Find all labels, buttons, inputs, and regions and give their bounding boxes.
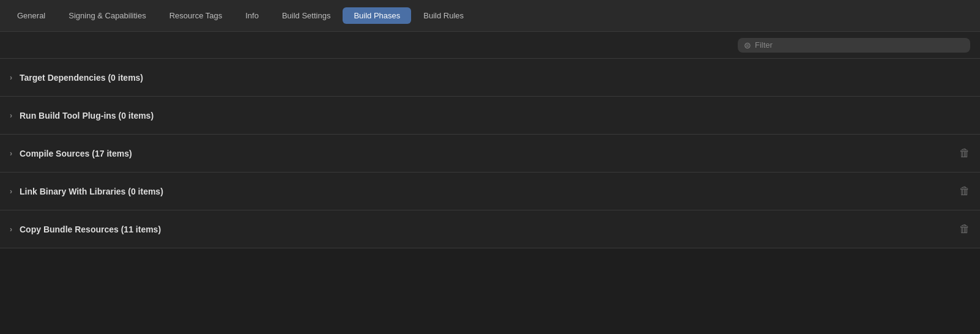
phase-item-run-build-tool[interactable]: ›Run Build Tool Plug-ins (0 items) (0, 97, 980, 135)
toolbar: ⊜ (0, 32, 980, 59)
phase-item-target-deps[interactable]: ›Target Dependencies (0 items) (0, 59, 980, 97)
phase-label: Run Build Tool Plug-ins (0 items) (20, 111, 154, 121)
chevron-right-icon: › (10, 225, 12, 234)
toolbar-left (10, 44, 17, 46)
filter-input[interactable] (755, 40, 964, 50)
add-phase-button[interactable] (10, 44, 17, 46)
chevron-right-icon: › (10, 187, 12, 196)
phase-label: Link Binary With Libraries (0 items) (20, 187, 163, 196)
filter-icon: ⊜ (744, 40, 751, 50)
tab-info[interactable]: Info (234, 7, 270, 24)
tab-build-phases[interactable]: Build Phases (343, 7, 411, 24)
phase-right: 🗑 (959, 185, 970, 198)
phase-left: ›Run Build Tool Plug-ins (0 items) (10, 111, 154, 121)
delete-phase-button[interactable]: 🗑 (959, 185, 970, 198)
phase-left: ›Compile Sources (17 items) (10, 149, 132, 158)
phases-list: ›Target Dependencies (0 items)›Run Build… (0, 59, 980, 248)
phase-label: Compile Sources (17 items) (20, 149, 132, 158)
phase-right: 🗑 (959, 223, 970, 236)
phase-left: ›Copy Bundle Resources (11 items) (10, 225, 161, 234)
phase-label: Target Dependencies (0 items) (20, 73, 143, 83)
delete-phase-button[interactable]: 🗑 (959, 147, 970, 160)
tab-bar: GeneralSigning & CapabilitiesResource Ta… (0, 0, 980, 32)
phase-right: 🗑 (959, 147, 970, 160)
phase-item-copy-bundle[interactable]: ›Copy Bundle Resources (11 items)🗑 (0, 210, 980, 248)
tab-resource-tags[interactable]: Resource Tags (158, 7, 233, 24)
tab-build-settings[interactable]: Build Settings (271, 7, 342, 24)
tab-general[interactable]: General (6, 7, 56, 24)
filter-container: ⊜ (738, 38, 970, 53)
tab-signing[interactable]: Signing & Capabilities (58, 7, 157, 24)
chevron-right-icon: › (10, 111, 12, 120)
chevron-right-icon: › (10, 73, 12, 82)
tab-build-rules[interactable]: Build Rules (412, 7, 475, 24)
phase-label: Copy Bundle Resources (11 items) (20, 225, 161, 234)
chevron-right-icon: › (10, 149, 12, 158)
delete-phase-button[interactable]: 🗑 (959, 223, 970, 236)
phase-item-link-binary[interactable]: ›Link Binary With Libraries (0 items)🗑 (0, 173, 980, 210)
phase-left: ›Target Dependencies (0 items) (10, 73, 143, 83)
phase-item-compile-sources[interactable]: ›Compile Sources (17 items)🗑 (0, 135, 980, 173)
phase-left: ›Link Binary With Libraries (0 items) (10, 187, 163, 196)
